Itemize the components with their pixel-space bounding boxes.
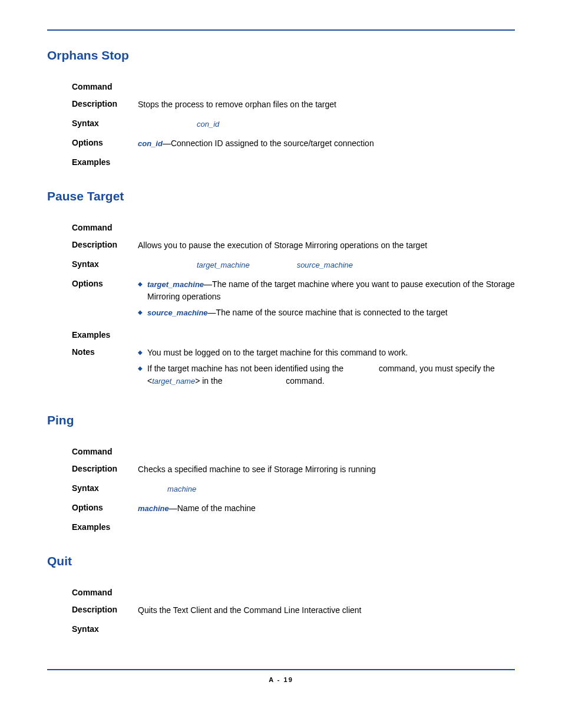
description-text: Checks a specified machine to see if Sto… — [138, 463, 515, 476]
description-text: Quits the Text Client and the Command Li… — [138, 604, 515, 617]
option-keyword: con_id — [138, 139, 163, 148]
row-label-examples: Examples — [72, 330, 138, 340]
option-keyword: source_machine — [147, 308, 208, 317]
bullet-icon: ◆ — [138, 278, 143, 290]
option-desc: —Name of the machine — [169, 503, 256, 513]
row-label-syntax: Syntax — [72, 624, 138, 634]
row-label-examples: Examples — [72, 522, 138, 532]
row-label-syntax: Syntax — [72, 259, 138, 269]
bullet-icon: ◆ — [138, 307, 143, 318]
row-label-command: Command — [72, 587, 138, 597]
row-label-options: Options — [72, 278, 138, 288]
bottom-rule — [47, 669, 515, 670]
note-item: You must be logged on to the target mach… — [147, 347, 408, 359]
top-rule — [47, 29, 515, 31]
bullet-icon: ◆ — [138, 363, 143, 374]
bullet-icon: ◆ — [138, 347, 143, 358]
row-label-description: Description — [72, 98, 138, 108]
row-label-syntax: Syntax — [72, 483, 138, 493]
options-list: ◆ target_machine—The name of the target … — [138, 278, 515, 322]
option-item: target_machine—The name of the target ma… — [147, 278, 515, 303]
option-keyword: machine — [138, 504, 169, 513]
row-label-description: Description — [72, 604, 138, 614]
row-label-command: Command — [72, 222, 138, 232]
row-label-description: Description — [72, 463, 138, 473]
option-desc: —Connection ID assigned to the source/ta… — [163, 139, 374, 148]
row-label-syntax: Syntax — [72, 118, 138, 128]
row-label-command: Command — [72, 446, 138, 456]
row-label-options: Options — [72, 137, 138, 147]
syntax-param: con_id — [197, 120, 219, 129]
row-label-command: Command — [72, 81, 138, 91]
syntax-line: target_machinesource_machine — [138, 259, 515, 271]
note-item: If the target machine has not been ident… — [147, 363, 515, 387]
note-frag: If the target machine has not been ident… — [147, 364, 346, 373]
note-frag: > in the — [195, 376, 224, 386]
quit-block: Command Description Quits the Text Clien… — [72, 587, 515, 634]
section-title-ping: Ping — [47, 413, 515, 427]
options-text: machine—Name of the machine — [138, 502, 515, 515]
row-label-examples: Examples — [72, 157, 138, 167]
row-label-notes: Notes — [72, 347, 138, 357]
section-title-pause-target: Pause Target — [47, 189, 515, 203]
row-label-description: Description — [72, 239, 138, 249]
ping-block: Command Description Checks a specified m… — [72, 446, 515, 532]
section-title-orphans-stop: Orphans Stop — [47, 48, 515, 62]
section-title-quit: Quit — [47, 554, 515, 568]
syntax-line: machine — [138, 483, 515, 495]
options-text: con_id—Connection ID assigned to the sou… — [138, 137, 515, 150]
description-text: Stops the process to remove orphan files… — [138, 98, 515, 111]
option-keyword: target_machine — [147, 280, 204, 289]
option-item: source_machine—The name of the source ma… — [147, 307, 448, 319]
page-footer: A - 19 — [47, 676, 515, 683]
document-page: Orphans Stop Command Description Stops t… — [0, 0, 562, 701]
syntax-line: con_id — [138, 118, 515, 130]
orphans-stop-block: Command Description Stops the process to… — [72, 81, 515, 167]
syntax-param-2: source_machine — [297, 261, 353, 269]
notes-list: ◆ You must be logged on to the target ma… — [138, 347, 515, 391]
note-frag: command. — [283, 376, 324, 386]
syntax-param: machine — [167, 485, 196, 493]
note-param: target_name — [152, 377, 195, 386]
row-label-options: Options — [72, 502, 138, 512]
description-text: Allows you to pause the execution of Sto… — [138, 239, 515, 252]
syntax-param-1: target_machine — [197, 261, 250, 269]
pause-target-block: Command Description Allows you to pause … — [72, 222, 515, 391]
option-desc: —The name of the source machine that is … — [208, 308, 448, 317]
